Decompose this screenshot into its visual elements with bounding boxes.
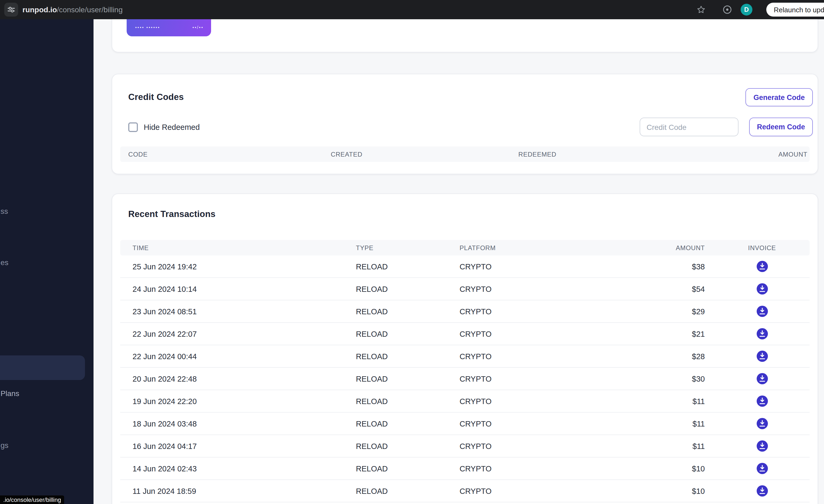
sidebar-item-fragment[interactable]: es <box>1 258 9 267</box>
transaction-platform: CRYPTO <box>447 352 661 361</box>
invoice-download-icon <box>756 396 767 407</box>
invoice-download-icon <box>756 418 767 429</box>
transactions-table: TIME TYPE PLATFORM AMOUNT INVOICE 25 Jun… <box>120 240 810 502</box>
credit-codes-controls: Hide Redeemed Redeem Code <box>128 118 813 136</box>
hide-redeemed-checkbox[interactable] <box>128 122 138 132</box>
invoice-download-button[interactable] <box>756 283 767 295</box>
invoice-download-icon <box>756 261 767 272</box>
transaction-type: RELOAD <box>343 487 447 495</box>
credit-codes-title: Credit Codes <box>128 92 184 102</box>
transaction-type: RELOAD <box>343 262 447 271</box>
invoice-download-button[interactable] <box>756 485 767 497</box>
transaction-platform: CRYPTO <box>447 397 661 405</box>
invoice-download-icon <box>756 440 767 451</box>
column-header-time: TIME <box>120 244 343 251</box>
transaction-time: 24 Jun 2024 10:14 <box>120 285 343 293</box>
transaction-type: RELOAD <box>343 285 447 293</box>
transaction-amount: $30 <box>661 374 714 383</box>
transaction-platform: CRYPTO <box>447 329 661 338</box>
sidebar-item-fragment[interactable]: gs <box>1 441 9 449</box>
transactions-table-header: TIME TYPE PLATFORM AMOUNT INVOICE <box>120 240 810 256</box>
transaction-row: 16 Jun 2024 04:17 RELOAD CRYPTO $11 <box>120 435 810 458</box>
transaction-amount: $21 <box>661 329 714 338</box>
transaction-row: 25 Jun 2024 19:42 RELOAD CRYPTO $38 <box>120 256 810 278</box>
browser-toolbar: runpod.io/console/user/billing D Relaunc… <box>0 0 824 19</box>
transaction-type: RELOAD <box>343 397 447 405</box>
transaction-row: 23 Jun 2024 08:51 RELOAD CRYPTO $29 <box>120 300 810 323</box>
transaction-type: RELOAD <box>343 464 447 473</box>
invoice-download-icon <box>756 350 767 362</box>
extensions-icon[interactable] <box>722 5 732 14</box>
invoice-download-button[interactable] <box>756 328 767 339</box>
invoice-download-button[interactable] <box>756 396 767 407</box>
transaction-row: 14 Jun 2024 02:43 RELOAD CRYPTO $10 <box>120 458 810 480</box>
transaction-time: 18 Jun 2024 03:48 <box>120 419 343 428</box>
generate-code-button[interactable]: Generate Code <box>745 88 813 106</box>
link-status-bubble: .io/console/user/billing <box>0 495 64 504</box>
invoice-download-button[interactable] <box>756 463 767 474</box>
transaction-time: 19 Jun 2024 22:20 <box>120 397 343 405</box>
credit-code-input[interactable] <box>640 118 738 136</box>
transaction-platform: CRYPTO <box>447 262 661 271</box>
column-header-amount: AMOUNT <box>698 150 810 158</box>
sidebar: ss es Plans gs <box>0 19 94 504</box>
column-header-redeemed: REDEEMED <box>510 150 698 158</box>
transaction-platform: CRYPTO <box>447 374 661 383</box>
url-path: /console/user/billing <box>57 5 123 14</box>
invoice-download-button[interactable] <box>756 350 767 362</box>
transaction-type: RELOAD <box>343 442 447 450</box>
transaction-type: RELOAD <box>343 374 447 383</box>
transaction-time: 22 Jun 2024 00:44 <box>120 352 343 361</box>
credit-card-graphic: •••• •••••• ••/•• <box>127 19 211 36</box>
transaction-row: 18 Jun 2024 03:48 RELOAD CRYPTO $11 <box>120 413 810 435</box>
transaction-row: 19 Jun 2024 22:20 RELOAD CRYPTO $11 <box>120 390 810 413</box>
transaction-amount: $38 <box>661 262 714 271</box>
bookmark-star-icon[interactable] <box>696 5 706 14</box>
column-header-platform: PLATFORM <box>447 244 661 251</box>
transaction-amount: $10 <box>661 464 714 473</box>
transaction-amount: $54 <box>661 285 714 293</box>
screen: runpod.io/console/user/billing D Relaunc… <box>0 0 824 504</box>
invoice-download-icon <box>756 306 767 317</box>
transaction-type: RELOAD <box>343 419 447 428</box>
site-settings-icon[interactable] <box>4 3 18 17</box>
profile-avatar[interactable]: D <box>741 4 752 15</box>
transaction-type: RELOAD <box>343 329 447 338</box>
transaction-time: 22 Jun 2024 22:07 <box>120 329 343 338</box>
transaction-row: 11 Jun 2024 18:59 RELOAD CRYPTO $10 <box>120 480 810 502</box>
invoice-download-icon <box>756 485 767 497</box>
card-masked-expiry: ••/•• <box>192 25 204 30</box>
card-masked-number: •••• •••••• <box>135 25 160 30</box>
transaction-platform: CRYPTO <box>447 419 661 428</box>
invoice-download-button[interactable] <box>756 373 767 384</box>
transaction-row: 22 Jun 2024 00:44 RELOAD CRYPTO $28 <box>120 345 810 368</box>
relaunch-button[interactable]: Relaunch to upda <box>766 3 824 17</box>
sidebar-item-fragment[interactable]: ss <box>1 207 8 215</box>
transaction-time: 11 Jun 2024 18:59 <box>120 487 343 495</box>
credit-codes-card: Credit Codes Generate Code Hide Redeemed… <box>112 74 818 174</box>
transaction-time: 14 Jun 2024 02:43 <box>120 464 343 473</box>
invoice-download-button[interactable] <box>756 306 767 317</box>
invoice-download-button[interactable] <box>756 440 767 451</box>
payment-methods-card: •••• •••••• ••/•• <box>112 19 818 53</box>
transaction-row: 24 Jun 2024 10:14 RELOAD CRYPTO $54 <box>120 278 810 300</box>
transaction-amount: $11 <box>661 419 714 428</box>
redeem-code-button[interactable]: Redeem Code <box>749 118 813 136</box>
transaction-row: 20 Jun 2024 22:48 RELOAD CRYPTO $30 <box>120 368 810 390</box>
address-bar-url[interactable]: runpod.io/console/user/billing <box>22 0 123 19</box>
transaction-time: 20 Jun 2024 22:48 <box>120 374 343 383</box>
invoice-download-button[interactable] <box>756 261 767 272</box>
invoice-download-button[interactable] <box>756 418 767 429</box>
sidebar-item-fragment[interactable]: Plans <box>1 389 19 398</box>
credit-codes-table-header: CODE CREATED REDEEMED AMOUNT <box>120 146 810 162</box>
column-header-code: CODE <box>120 150 323 158</box>
transaction-row: 22 Jun 2024 22:07 RELOAD CRYPTO $21 <box>120 323 810 345</box>
transaction-type: RELOAD <box>343 307 447 316</box>
transaction-time: 25 Jun 2024 19:42 <box>120 262 343 271</box>
transaction-amount: $28 <box>661 352 714 361</box>
sidebar-active-item[interactable] <box>0 356 85 380</box>
credit-codes-table: CODE CREATED REDEEMED AMOUNT <box>120 146 810 162</box>
transaction-time: 16 Jun 2024 04:17 <box>120 442 343 450</box>
invoice-download-icon <box>756 373 767 384</box>
transaction-amount: $11 <box>661 442 714 450</box>
